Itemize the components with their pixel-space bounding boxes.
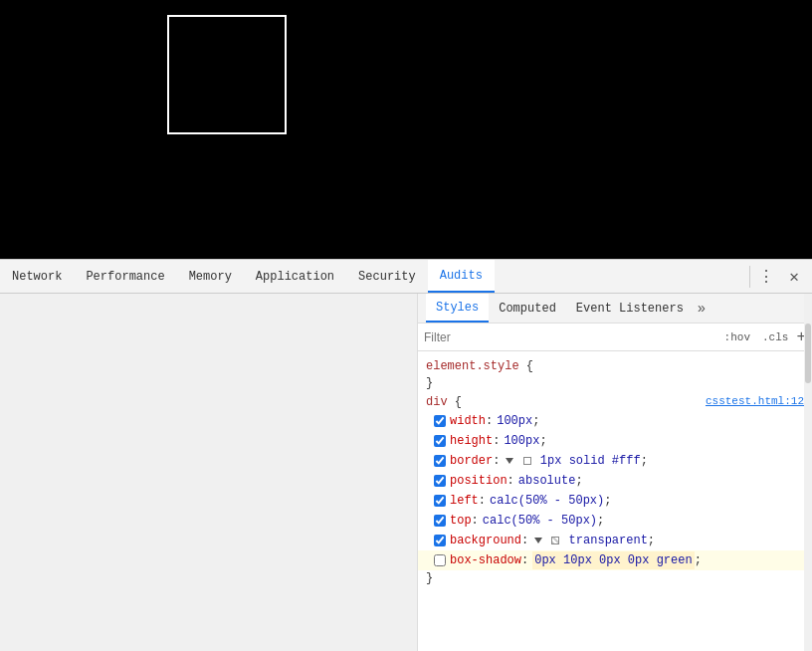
bar-separator [749,266,750,288]
tab-application[interactable]: Application [244,260,346,293]
preview-area [0,0,812,259]
property-position-value[interactable]: absolute [518,472,576,490]
subtab-computed-label: Computed [499,302,556,316]
property-position-name: position [450,472,508,490]
property-background-value[interactable]: transparent [532,532,648,549]
tab-security-label: Security [358,270,416,284]
element-style-header: element.style { [418,355,812,375]
close-icon: ✕ [789,267,799,287]
element-tree-content [0,294,417,651]
div-source-link[interactable]: csstest.html:12 [706,395,804,407]
styles-content: element.style { } div { csstest.html:12 … [418,351,812,651]
element-style-close-brace: } [418,375,812,391]
border-triangle[interactable] [506,458,513,464]
element-tree-panel [0,294,418,651]
property-height-name: height [450,432,493,450]
filter-input[interactable] [424,330,720,344]
property-height-checkbox[interactable] [434,435,446,447]
property-border-checkbox[interactable] [434,455,446,467]
tab-audits[interactable]: Audits [428,260,495,293]
property-width-value[interactable]: 100px [497,412,532,430]
div-close-brace: } [418,570,812,586]
property-height-row: height: 100px; [418,431,812,451]
div-rule-header: div { csstest.html:12 [418,391,812,411]
property-background-checkbox[interactable] [434,535,446,546]
tab-performance[interactable]: Performance [74,260,176,293]
tab-network[interactable]: Network [0,260,74,293]
tab-memory[interactable]: Memory [177,260,244,293]
tab-application-label: Application [256,270,334,284]
close-devtools-button[interactable]: ✕ [780,263,808,291]
div-rule-block: div { csstest.html:12 width: 100px; heig… [418,391,812,586]
background-triangle[interactable] [534,538,542,543]
element-style-selector: element.style [426,359,519,373]
element-style-block: element.style { } [418,355,812,391]
property-background-row: background: transparent; [418,531,812,550]
property-top-checkbox[interactable] [434,515,446,527]
hov-button[interactable]: :hov [720,330,754,344]
property-width-row: width: 100px; [418,411,812,431]
subtab-styles[interactable]: Styles [426,294,489,323]
property-box-shadow-row: box-shadow: 0px 10px 0px 0px green; [418,550,812,570]
styles-scrollbar[interactable] [804,294,812,651]
more-tabs-button[interactable]: » [698,301,706,317]
preview-white-box [167,15,287,134]
property-left-checkbox[interactable] [434,495,446,507]
subtab-event-listeners-label: Event Listeners [576,302,684,316]
more-options-icon: ⋮ [758,267,774,287]
property-position-row: position: absolute; [418,471,812,491]
property-top-row: top: calc(50% - 50px); [418,511,812,531]
property-border-row: border: 1px solid #fff; [418,451,812,471]
tab-memory-label: Memory [189,270,232,284]
devtools-bar-icons: ⋮ ✕ [747,263,812,291]
property-box-shadow-checkbox[interactable] [434,554,446,566]
property-position-checkbox[interactable] [434,475,446,487]
property-box-shadow-value[interactable]: 0px 10px 0px 0px green [532,551,694,569]
devtools-tabs: Network Performance Memory Application S… [0,260,747,293]
property-top-name: top [450,512,472,530]
property-width-checkbox[interactable] [434,415,446,427]
styles-scrollbar-thumb[interactable] [805,324,811,383]
tab-audits-label: Audits [440,269,483,283]
div-selector: div [426,395,448,409]
background-color-swatch[interactable] [551,537,559,544]
styles-panel: Styles Computed Event Listeners » :hov .… [418,294,812,651]
styles-subtabs: Styles Computed Event Listeners » [418,294,812,324]
property-height-value[interactable]: 100px [504,432,539,450]
devtools-content: Styles Computed Event Listeners » :hov .… [0,294,812,651]
tab-network-label: Network [12,270,62,284]
property-border-value[interactable]: 1px solid #fff [504,452,640,470]
filter-buttons: :hov .cls + [720,328,806,346]
border-color-swatch[interactable] [523,457,531,465]
div-open-brace: { [455,395,462,409]
devtools-tabbar: Network Performance Memory Application S… [0,259,812,294]
property-left-value[interactable]: calc(50% - 50px) [490,492,604,510]
subtab-computed[interactable]: Computed [489,294,566,323]
property-width-name: width [450,412,486,430]
property-background-name: background [450,532,521,549]
property-left-name: left [450,492,479,510]
property-left-row: left: calc(50% - 50px); [418,491,812,511]
property-top-value[interactable]: calc(50% - 50px) [483,512,597,530]
more-options-button[interactable]: ⋮ [752,263,780,291]
element-style-open-brace: { [526,359,533,373]
subtab-event-listeners[interactable]: Event Listeners [566,294,694,323]
more-tabs-icon: » [698,301,706,317]
property-border-name: border [450,452,493,470]
subtab-styles-label: Styles [436,301,479,315]
cls-button[interactable]: .cls [758,330,792,344]
tab-performance-label: Performance [86,270,164,284]
tab-security[interactable]: Security [346,260,428,293]
filter-bar: :hov .cls + [418,324,812,351]
property-box-shadow-name: box-shadow [450,551,521,569]
